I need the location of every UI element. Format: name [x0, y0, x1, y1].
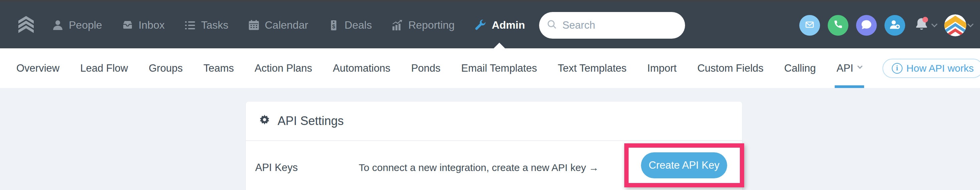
- active-tab-underline: [835, 86, 864, 88]
- nav-item-label: Deals: [345, 19, 372, 31]
- tab-text-templates[interactable]: Text Templates: [558, 48, 627, 88]
- how-api-works-button[interactable]: i How API works: [883, 59, 980, 78]
- navbar-actions: [799, 14, 973, 36]
- tab-automations[interactable]: Automations: [333, 48, 390, 88]
- nav-item-label: Reporting: [408, 19, 455, 31]
- nav-item-people[interactable]: People: [52, 19, 102, 31]
- bell-icon: [913, 16, 930, 35]
- nav-item-deals[interactable]: $ Deals: [328, 19, 372, 31]
- card-title: API Settings: [278, 114, 344, 128]
- nav-item-label: Tasks: [201, 19, 229, 31]
- deal-tag-icon: $: [328, 19, 340, 31]
- tab-api[interactable]: API: [837, 48, 862, 88]
- search-input[interactable]: [563, 19, 678, 31]
- chevron-down-icon: [857, 64, 862, 69]
- avatar: [944, 14, 966, 36]
- envelope-icon: [803, 18, 816, 32]
- tab-label: Import: [648, 62, 677, 74]
- tab-label: Calling: [784, 62, 816, 74]
- tab-import[interactable]: Import: [648, 48, 677, 88]
- calendar-icon: [248, 19, 260, 31]
- tab-action-plans[interactable]: Action Plans: [255, 48, 312, 88]
- nav-item-label: Admin: [492, 19, 525, 31]
- card-header: API Settings: [246, 102, 742, 141]
- svg-text:$: $: [332, 24, 335, 29]
- call-button[interactable]: [828, 15, 848, 36]
- tab-custom-fields[interactable]: Custom Fields: [697, 48, 764, 88]
- tab-label: Custom Fields: [697, 62, 764, 74]
- tab-label: Automations: [333, 62, 390, 74]
- reporting-chart-icon: [391, 19, 403, 31]
- tab-label: Action Plans: [255, 62, 312, 74]
- admin-subnav: Overview Lead Flow Groups Teams Action P…: [0, 48, 980, 88]
- tab-label: Email Templates: [461, 62, 537, 74]
- tab-email-templates[interactable]: Email Templates: [461, 48, 537, 88]
- notifications-button[interactable]: [913, 16, 937, 35]
- global-search: [539, 12, 685, 39]
- person-add-icon: [889, 19, 901, 32]
- top-navbar: People Inbox Tasks: [0, 2, 980, 48]
- info-icon: i: [892, 63, 902, 74]
- tab-label: Overview: [16, 62, 59, 74]
- chevrons-logo-icon: [18, 16, 34, 35]
- nav-item-admin[interactable]: Admin: [474, 19, 525, 32]
- account-menu[interactable]: [944, 14, 973, 36]
- chat-bubble-icon: [861, 19, 872, 32]
- how-api-works-label: How API works: [907, 63, 974, 74]
- compose-email-button[interactable]: [799, 15, 820, 36]
- tab-groups[interactable]: Groups: [149, 48, 183, 88]
- api-keys-label: API Keys: [255, 162, 359, 174]
- add-person-button[interactable]: [885, 15, 905, 36]
- main-content: API Settings API Keys To connect a new i…: [0, 88, 980, 190]
- nav-item-calendar[interactable]: Calendar: [248, 19, 308, 31]
- admin-active-caret: [494, 43, 505, 48]
- phone-icon: [832, 19, 844, 32]
- tab-calling[interactable]: Calling: [784, 48, 816, 88]
- tasks-list-icon: [184, 19, 196, 31]
- tab-label: Text Templates: [558, 62, 627, 74]
- tab-teams[interactable]: Teams: [204, 48, 234, 88]
- create-api-key-button[interactable]: Create API Key: [641, 152, 727, 178]
- app-logo[interactable]: [18, 16, 34, 35]
- inbox-icon: [122, 19, 134, 31]
- api-keys-description: To connect a new integration, create a n…: [359, 162, 599, 173]
- nav-item-label: Inbox: [138, 19, 165, 31]
- tab-label: Teams: [204, 62, 234, 74]
- chevron-down-icon: [931, 21, 937, 27]
- tab-label: Lead Flow: [80, 62, 128, 74]
- chevron-down-icon: [967, 21, 973, 27]
- primary-nav-items: People Inbox Tasks: [52, 19, 525, 32]
- search-icon: [546, 19, 558, 32]
- person-icon: [52, 19, 64, 31]
- tab-label: Ponds: [411, 62, 441, 74]
- nav-item-label: People: [69, 19, 102, 31]
- gear-icon: [258, 114, 271, 128]
- nav-item-inbox[interactable]: Inbox: [122, 19, 165, 31]
- tab-label: API: [837, 62, 853, 74]
- nav-item-tasks[interactable]: Tasks: [184, 19, 229, 31]
- wrench-icon: [474, 19, 487, 32]
- text-message-button[interactable]: [856, 15, 877, 36]
- tab-overview[interactable]: Overview: [16, 48, 59, 88]
- nav-item-reporting[interactable]: Reporting: [391, 19, 455, 31]
- tab-ponds[interactable]: Ponds: [411, 48, 441, 88]
- tab-lead-flow[interactable]: Lead Flow: [80, 48, 128, 88]
- tab-label: Groups: [149, 62, 183, 74]
- nav-item-label: Calendar: [265, 19, 308, 31]
- annotation-highlight-box: Create API Key: [624, 143, 744, 187]
